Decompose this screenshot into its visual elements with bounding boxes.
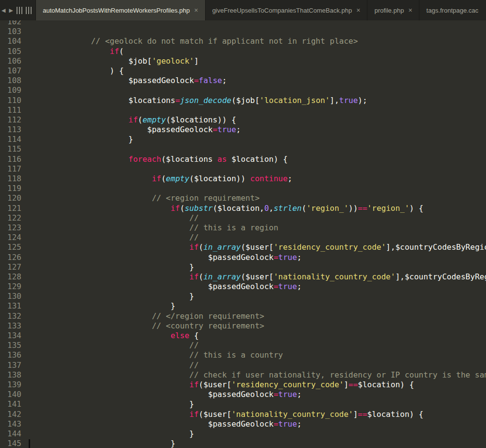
tab-close-icon[interactable]: ×	[194, 7, 198, 14]
code-text: if($user['nationality_country_code']==$l…	[30, 410, 423, 419]
code-line: 139 if($user['residency_country_code']==…	[0, 380, 486, 390]
tab-close-icon[interactable]: ×	[356, 7, 360, 14]
code-line: 121 if(substr($location,0,strlen('region…	[0, 204, 486, 213]
code-line: 104 // <geolock do not match if applican…	[0, 36, 486, 46]
code-text: $passedGeolock=true;	[30, 419, 302, 429]
code-text: $passedGeolock=false;	[30, 76, 227, 86]
code-line: 145 }	[0, 439, 486, 448]
code-text: //	[30, 341, 199, 350]
tab-2[interactable]: giveFreeUpsellsToCompaniesThatComeBack.p…	[206, 0, 368, 20]
code-line: 116 foreach($locations as $location) {	[0, 155, 486, 164]
code-line: 117	[0, 164, 486, 174]
code-line: 122 //	[0, 213, 486, 223]
line-number: 111	[0, 105, 21, 115]
line-number: 124	[0, 233, 21, 242]
code-line: 130 }	[0, 292, 486, 301]
tab-3[interactable]: profile.php×	[367, 0, 419, 20]
code-line: 128 if(in_array($user['nationality_count…	[0, 272, 486, 282]
line-number: 132	[0, 311, 21, 321]
tab-1[interactable]: autoMatchJobPostsWithRemoteWorkersProfil…	[36, 0, 206, 20]
line-number: 119	[0, 184, 21, 193]
line-number: 144	[0, 429, 21, 439]
code-text: if(in_array($user['nationality_country_c…	[30, 272, 486, 282]
layout-rows-icon[interactable]	[26, 7, 32, 14]
code-line: 112 if(empty($locations)) {	[0, 115, 486, 125]
line-number: 114	[0, 135, 21, 144]
code-line: 111	[0, 105, 486, 115]
code-line: 120 // <region requirement>	[0, 193, 486, 203]
forward-icon[interactable]: ▶	[9, 8, 13, 13]
code-text: // this is a region	[30, 223, 278, 233]
code-line: 125 if(in_array($user['residency_country…	[0, 242, 486, 252]
line-number: 135	[0, 341, 21, 350]
tab-label: profile.php	[374, 7, 404, 14]
code-line: 127 }	[0, 262, 486, 272]
toolbar: ◀ ▶	[0, 0, 36, 20]
line-number: 118	[0, 174, 21, 184]
editor-pane[interactable]: 102103104 // <geolock do not match if ap…	[0, 20, 486, 448]
code-text: $passedGeolock=true;	[30, 390, 302, 399]
tab-4[interactable]: tags.frontpage.cac	[419, 0, 485, 20]
code-line: 114 }	[0, 135, 486, 144]
line-number: 126	[0, 253, 21, 262]
line-number: 110	[0, 96, 21, 105]
line-number: 122	[0, 213, 21, 223]
code-text: if(empty($locations)) {	[30, 115, 236, 125]
back-icon[interactable]: ◀	[1, 8, 5, 13]
line-number: 103	[0, 27, 21, 36]
code-line: 143 $passedGeolock=true;	[0, 419, 486, 429]
code-line: 134 else {	[0, 331, 486, 341]
code-text: foreach($locations as $location) {	[30, 155, 288, 164]
code-lines: 102103104 // <geolock do not match if ap…	[0, 20, 486, 448]
line-number: 141	[0, 399, 21, 409]
line-number: 117	[0, 164, 21, 174]
code-line: 103	[0, 27, 486, 36]
line-number: 145	[0, 439, 21, 448]
code-line: 105 if(	[0, 47, 486, 56]
code-text: }	[30, 439, 175, 448]
code-line: 138 // check if user nationality, reside…	[0, 370, 486, 380]
code-line: 124 //	[0, 233, 486, 242]
code-text: // check if user nationality, residency …	[30, 370, 486, 380]
line-number: 115	[0, 144, 21, 154]
code-text: }	[30, 262, 194, 272]
code-line: 126 $passedGeolock=true;	[0, 253, 486, 262]
code-text: // this is a country	[30, 350, 283, 360]
code-line: 137 //	[0, 361, 486, 370]
line-number: 128	[0, 272, 21, 282]
code-line: 108 $passedGeolock=false;	[0, 76, 486, 86]
layout-columns-icon[interactable]	[17, 7, 22, 14]
tab-bar: ◀ ▶ autoMatchJobPostsWithRemoteWorkersPr…	[0, 0, 486, 20]
code-editor-window: ◀ ▶ autoMatchJobPostsWithRemoteWorkersPr…	[0, 0, 486, 448]
code-text: }	[30, 399, 194, 409]
code-text: ) {	[30, 66, 124, 76]
code-text: $passedGeolock=true;	[30, 125, 241, 135]
code-text: else {	[30, 331, 199, 341]
line-number: 107	[0, 66, 21, 76]
line-number: 130	[0, 292, 21, 301]
code-line: 123 // this is a region	[0, 223, 486, 233]
line-number: 106	[0, 56, 21, 66]
line-number: 140	[0, 390, 21, 399]
line-number: 102	[0, 20, 21, 27]
code-text: // <geolock do not match if applicant no…	[30, 36, 358, 46]
line-number: 104	[0, 36, 21, 46]
code-text: if($user['residency_country_code']==$loc…	[30, 380, 414, 390]
code-text: if(	[30, 47, 124, 56]
tab-label: tags.frontpage.cac	[426, 7, 478, 14]
code-line: 113 $passedGeolock=true;	[0, 125, 486, 135]
line-number: 138	[0, 370, 21, 380]
code-line: 135 //	[0, 341, 486, 350]
code-line: 107 ) {	[0, 66, 486, 76]
code-line: 142 if($user['nationality_country_code']…	[0, 410, 486, 419]
code-text: if(in_array($user['residency_country_cod…	[30, 242, 486, 252]
code-text: $locations=json_decode($job['location_js…	[30, 96, 367, 105]
line-number: 109	[0, 86, 21, 95]
line-number: 143	[0, 419, 21, 429]
tab-close-icon[interactable]: ×	[408, 7, 412, 14]
line-number: 134	[0, 331, 21, 341]
code-line: 110 $locations=json_decode($job['locatio…	[0, 96, 486, 105]
code-line: 109	[0, 86, 486, 95]
code-text: if(substr($location,0,strlen('region_'))…	[30, 204, 423, 213]
code-line: 136 // this is a country	[0, 350, 486, 360]
